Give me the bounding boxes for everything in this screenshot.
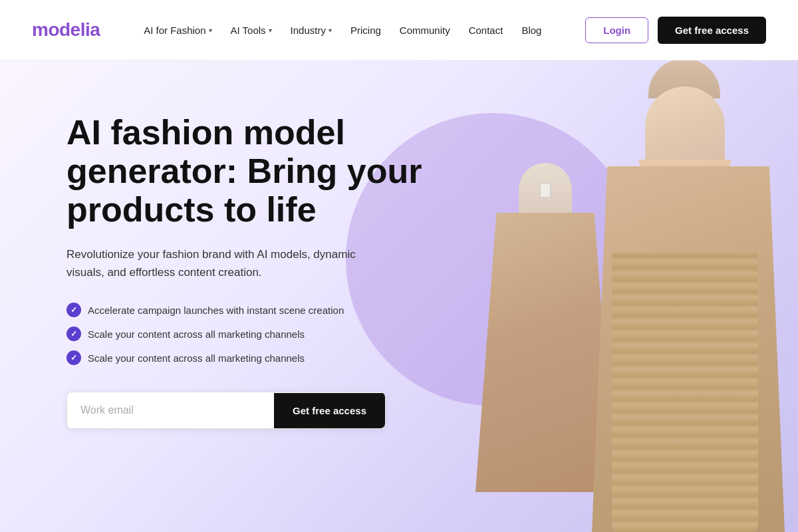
nav-item-community[interactable]: Community <box>400 25 450 36</box>
hero-fashion-images <box>412 80 798 532</box>
nav-item-industry[interactable]: Industry ▾ <box>291 25 332 36</box>
nav-link-ai-fashion[interactable]: AI for Fashion ▾ <box>144 25 211 36</box>
login-button[interactable]: Login <box>585 17 648 43</box>
mannequin-tag <box>540 183 551 198</box>
email-input[interactable] <box>67 392 274 428</box>
feature-item-1: Accelerate campaign launches with instan… <box>66 303 439 317</box>
get-free-access-nav-button[interactable]: Get free access <box>658 17 766 44</box>
nav-item-blog[interactable]: Blog <box>521 25 541 36</box>
get-free-access-form-button[interactable]: Get free access <box>274 393 385 428</box>
hero-subtitle: Revolutionize your fashion brand with AI… <box>66 245 386 281</box>
nav-actions: Login Get free access <box>585 17 766 44</box>
chevron-down-icon: ▾ <box>329 27 332 34</box>
hero-title: AI fashion model generator: Bring your p… <box>66 113 439 229</box>
feature-label-2: Scale your content across all marketing … <box>88 329 305 340</box>
feature-label-1: Accelerate campaign launches with instan… <box>88 305 344 316</box>
nav-link-ai-tools[interactable]: AI Tools ▾ <box>231 25 272 36</box>
feature-item-2: Scale your content across all marketing … <box>66 327 439 341</box>
feature-item-3: Scale your content across all marketing … <box>66 350 439 365</box>
nav-link-pricing[interactable]: Pricing <box>350 25 381 36</box>
chevron-down-icon: ▾ <box>209 27 212 34</box>
hero-section: AI fashion model generator: Bring your p… <box>0 60 798 532</box>
nav-link-industry[interactable]: Industry ▾ <box>291 25 332 36</box>
nav-link-community[interactable]: Community <box>400 25 450 36</box>
nav-link-contact[interactable]: Contact <box>469 25 503 36</box>
check-icon-2 <box>66 327 81 341</box>
check-icon-3 <box>66 350 81 365</box>
nav-item-contact[interactable]: Contact <box>469 25 503 36</box>
hero-features-list: Accelerate campaign launches with instan… <box>66 303 439 365</box>
nav-item-ai-tools[interactable]: AI Tools ▾ <box>231 25 272 36</box>
logo[interactable]: modelia <box>32 19 100 41</box>
chevron-down-icon: ▾ <box>269 27 272 34</box>
model-skirt <box>612 253 758 532</box>
email-form: Get free access <box>66 392 386 429</box>
hero-content: AI fashion model generator: Bring your p… <box>66 113 439 429</box>
navbar: modelia AI for Fashion ▾ AI Tools ▾ Indu… <box>0 0 798 60</box>
feature-label-3: Scale your content across all marketing … <box>88 352 305 364</box>
nav-item-ai-fashion[interactable]: AI for Fashion ▾ <box>144 25 211 36</box>
model-figure <box>585 100 798 532</box>
nav-links: AI for Fashion ▾ AI Tools ▾ Industry ▾ P… <box>144 25 541 36</box>
check-icon-1 <box>66 303 81 317</box>
nav-item-pricing[interactable]: Pricing <box>350 25 381 36</box>
nav-link-blog[interactable]: Blog <box>521 25 541 36</box>
